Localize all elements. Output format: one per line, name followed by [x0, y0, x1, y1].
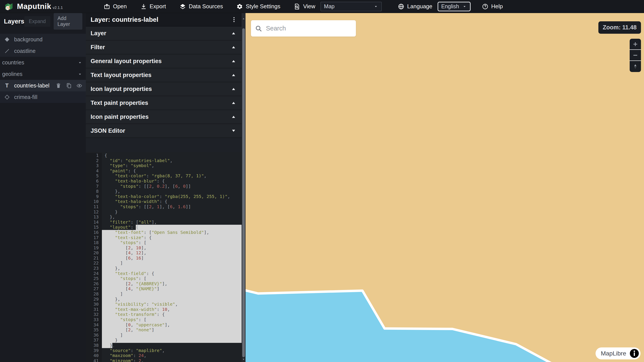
- code-line[interactable]: 5 "text-color": "rgba(8, 37, 77, 1)",: [86, 173, 242, 178]
- language-select[interactable]: English: [438, 2, 470, 11]
- zoom-out-button[interactable]: [630, 50, 641, 61]
- code-line[interactable]: 23 },: [86, 266, 242, 271]
- code-line[interactable]: 35 [2, "none"]: [86, 327, 242, 333]
- code-line[interactable]: 32 "text-transform": {: [86, 312, 242, 317]
- code-line[interactable]: 1{: [86, 153, 242, 158]
- minus-icon: [632, 52, 638, 58]
- code-line[interactable]: 15 "layout": {: [86, 225, 242, 230]
- duplicate-icon[interactable]: [66, 83, 72, 89]
- code-line[interactable]: 28 ]: [86, 291, 242, 297]
- section-icon-paint-properties[interactable]: Icon paint properties: [86, 110, 242, 124]
- code-line[interactable]: 3 "type": "symbol",: [86, 163, 242, 168]
- data-sources-label: Data Sources: [189, 3, 223, 10]
- code-line[interactable]: 18 "stops": [: [86, 240, 242, 245]
- layer-item-countries-label[interactable]: Tcountries-label: [0, 80, 86, 91]
- chevron-down-icon: [77, 71, 83, 77]
- code-line[interactable]: 29 },: [86, 297, 242, 302]
- code-line[interactable]: 17 "text-size": {: [86, 235, 242, 240]
- layer-item-background[interactable]: background: [0, 34, 86, 45]
- code-line[interactable]: 36 ]: [86, 333, 242, 338]
- line-number: 6: [86, 178, 102, 184]
- code-line[interactable]: 6 "text-halo-blur": {: [86, 178, 242, 184]
- code-line[interactable]: 13 },: [86, 215, 242, 220]
- code-line[interactable]: 34 [0, "uppercase"],: [86, 322, 242, 328]
- caret-up-icon: [231, 44, 236, 50]
- export-button[interactable]: Export: [140, 3, 166, 10]
- code-line[interactable]: 30 "visibility": "visible",: [86, 302, 242, 307]
- code-line[interactable]: 14 "filter": ["all"],: [86, 220, 242, 225]
- code-line[interactable]: 8 },: [86, 189, 242, 194]
- section-icon-layout-properties[interactable]: Icon layout properties: [86, 82, 242, 96]
- code-line[interactable]: 20 [4, 12],: [86, 250, 242, 256]
- code-line[interactable]: 12 }: [86, 210, 242, 215]
- visibility-icon[interactable]: [76, 83, 82, 89]
- code-text: },: [104, 189, 120, 194]
- code-line[interactable]: 21 [6, 16]: [86, 256, 242, 261]
- section-text-paint-properties[interactable]: Text paint properties: [86, 96, 242, 110]
- code-line[interactable]: 22 ]: [86, 261, 242, 266]
- code-text: [0, "uppercase"],: [104, 322, 170, 327]
- data-sources-button[interactable]: Data Sources: [180, 3, 223, 10]
- section-json-editor[interactable]: JSON Editor: [86, 124, 242, 138]
- code-line[interactable]: 16 "text-font": ["Open Sans Semibold"],: [86, 230, 242, 235]
- style-settings-button[interactable]: Style Settings: [236, 3, 280, 10]
- code-line[interactable]: 37 }: [86, 338, 242, 343]
- app-logo: Maputnik v2.1.1: [0, 2, 63, 11]
- open-button[interactable]: Open: [104, 3, 127, 10]
- code-text: "filter": ["all"],: [104, 220, 157, 225]
- line-number: 37: [86, 338, 102, 343]
- line-number: 32: [86, 312, 102, 317]
- scroll-down-arrow-icon[interactable]: [242, 357, 246, 361]
- code-line[interactable]: 11 "stops": [[2, 1], [6, 1.6]]: [86, 204, 242, 210]
- code-line[interactable]: 40 "maxzoom": 24,: [86, 353, 242, 358]
- code-line[interactable]: 7 "stops": [[2, 0.2], [6, 0]]: [86, 184, 242, 189]
- language-button[interactable]: Language: [398, 3, 432, 10]
- code-line[interactable]: 33 "stops": [: [86, 317, 242, 322]
- code-line[interactable]: 27 [4, "{NAME}"]: [86, 286, 242, 291]
- view-select[interactable]: Map: [320, 2, 382, 11]
- scrollbar-thumb[interactable]: [242, 28, 245, 357]
- delete-icon[interactable]: [56, 83, 62, 89]
- layer-group-countries[interactable]: countries: [0, 57, 86, 68]
- layer-options-menu-icon[interactable]: [231, 16, 237, 23]
- map-controls: [630, 39, 641, 72]
- code-line[interactable]: 19 [2, 10],: [86, 245, 242, 251]
- code-line[interactable]: 10 "text-halo-width": {: [86, 199, 242, 204]
- search-input[interactable]: [266, 25, 352, 32]
- layer-list: backgroundcoastlinecountriesgeolinesTcou…: [0, 34, 86, 103]
- line-number: 1: [86, 153, 102, 158]
- section-text-layout-properties[interactable]: Text layout properties: [86, 68, 242, 82]
- map-render: [246, 13, 644, 362]
- section-filter[interactable]: Filter: [86, 41, 242, 54]
- scroll-up-arrow-icon[interactable]: [242, 17, 246, 21]
- code-line[interactable]: 24 "text-field": {: [86, 271, 242, 276]
- line-number: 3: [86, 163, 102, 168]
- section-general-layout-properties[interactable]: General layout properties: [86, 54, 242, 68]
- code-line[interactable]: 4 "paint": {: [86, 168, 242, 173]
- help-button[interactable]: Help: [482, 3, 503, 10]
- code-line[interactable]: 41 "minzoom": 2,: [86, 358, 242, 362]
- attribution-info-button[interactable]: [630, 348, 639, 358]
- layer-item-crimea-fill[interactable]: crimea-fill: [0, 91, 86, 103]
- compass-button[interactable]: [630, 61, 641, 72]
- view-button[interactable]: View: [294, 3, 315, 10]
- json-editor[interactable]: 1{2 "id": "countries-label",3 "type": "s…: [86, 152, 242, 362]
- code-line[interactable]: 26 [2, "{ABBREV}"],: [86, 281, 242, 286]
- code-line[interactable]: 2 "id": "countries-label",: [86, 158, 242, 163]
- add-layer-button[interactable]: Add Layer: [54, 13, 82, 30]
- text-selection: [102, 266, 242, 271]
- panel-scrollbar[interactable]: [242, 13, 246, 362]
- code-line[interactable]: 38 },: [86, 343, 242, 348]
- layer-group-geolines[interactable]: geolines: [0, 68, 86, 80]
- code-line[interactable]: 9 "text-halo-color": "rgba(255, 255, 255…: [86, 194, 242, 199]
- layer-item-coastline[interactable]: coastline: [0, 45, 86, 57]
- attribution-text: MapLibre: [601, 350, 626, 357]
- expand-button[interactable]: Expand: [24, 16, 50, 27]
- section-layer[interactable]: Layer: [86, 27, 242, 41]
- zoom-in-button[interactable]: [630, 39, 641, 50]
- code-line[interactable]: 39 "source": "maplibre",: [86, 348, 242, 353]
- code-line[interactable]: 25 "stops": [: [86, 276, 242, 281]
- code-line[interactable]: 31 "text-max-width": 10,: [86, 307, 242, 312]
- layer-group-label: countries: [2, 59, 24, 66]
- map-canvas[interactable]: Zoom: 11.48 MapLibre: [246, 13, 644, 362]
